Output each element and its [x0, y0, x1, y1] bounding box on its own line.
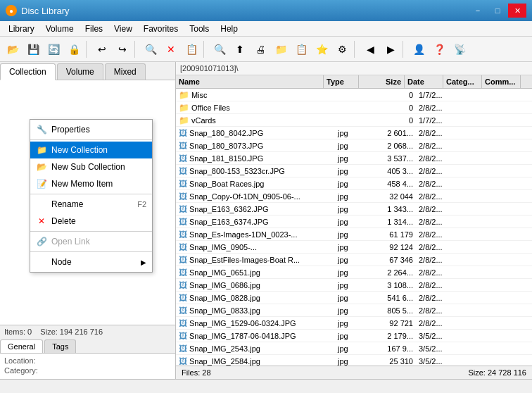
menu-view[interactable]: View: [108, 21, 138, 36]
table-row[interactable]: 🖼Snap_Boat Races.jpg jpg 458 4... 2/8/2.…: [176, 177, 532, 190]
col-header-comm[interactable]: Comm...: [482, 75, 521, 88]
menu-tools[interactable]: Tools: [184, 21, 215, 36]
file-comm: [493, 196, 532, 197]
ctx-delete[interactable]: ✕ Delete: [30, 213, 152, 230]
tab-volume[interactable]: Volume: [57, 63, 103, 80]
table-row[interactable]: 🖼Snap_180_8073.JPG jpg 2 068... 2/8/2...: [176, 139, 532, 152]
toolbar-copy[interactable]: 📋: [182, 39, 201, 59]
toolbar-user[interactable]: 👤: [409, 39, 429, 59]
menu-help[interactable]: Help: [215, 21, 243, 36]
image-icon: 🖼: [179, 242, 187, 252]
menu-favorites[interactable]: Favorites: [138, 21, 184, 36]
table-row[interactable]: 🖼Snap_IMG_0905-... jpg 92 124 2/8/2...: [176, 241, 532, 254]
ctx-new-sub-collection[interactable]: 📂 New Sub Collection: [30, 158, 152, 175]
file-comm: [493, 107, 532, 108]
col-header-type[interactable]: Type: [324, 75, 359, 88]
table-row[interactable]: 🖼Snap_IMG_2543.jpg jpg 167 9... 3/5/2...: [176, 342, 532, 355]
toolbar-print[interactable]: 🖨: [251, 39, 270, 59]
file-list[interactable]: 📁Misc 0 1/7/2... 📁Office Files 0 2/8/2..…: [176, 89, 532, 366]
toolbar-network[interactable]: 📡: [450, 39, 469, 59]
toolbar-back[interactable]: ↩: [92, 39, 112, 59]
toolbar-next[interactable]: ▶: [381, 39, 400, 59]
open-link-icon: 🔗: [36, 236, 47, 247]
table-row[interactable]: 🖼Snap_IMG_1529-06-0324.JPG jpg 92 721 2/…: [176, 317, 532, 330]
image-icon: 🖼: [179, 280, 187, 290]
ctx-new-collection[interactable]: 📁 New Collection: [30, 142, 152, 158]
table-row[interactable]: 📁Misc 0 1/7/2...: [176, 89, 532, 101]
toolbar-clipboard[interactable]: 📋: [291, 39, 311, 59]
table-row[interactable]: 🖼Snap_800-153_5323cr.JPG jpg 405 3... 2/…: [176, 165, 532, 177]
ctx-properties[interactable]: 🔧 Properties: [30, 121, 152, 138]
toolbar-search[interactable]: 🔍: [141, 39, 160, 59]
ctx-new-memo-item[interactable]: 📝 New Memo Item: [30, 175, 152, 192]
tree-area[interactable]: 🔧 Properties 📁 New Collection 📂 New Sub …: [0, 80, 175, 325]
table-row[interactable]: 🖼Snap_Es-Images-1DN_0023-... jpg 61 179 …: [176, 228, 532, 241]
col-header-size[interactable]: Size: [359, 75, 405, 88]
table-row[interactable]: 🖼Snap_IMG_0686.jpg jpg 3 108... 2/8/2...: [176, 279, 532, 292]
col-header-name[interactable]: Name: [176, 75, 324, 88]
table-row[interactable]: 🖼Snap_E163_6362.JPG jpg 1 343... 2/8/2..…: [176, 203, 532, 216]
maximize-button[interactable]: □: [488, 4, 507, 18]
toolbar-refresh[interactable]: 🔄: [44, 39, 63, 59]
tab-collection[interactable]: Collection: [0, 63, 56, 80]
toolbar-open[interactable]: 📂: [3, 39, 23, 59]
table-row[interactable]: 🖼Snap_IMG_0833.jpg jpg 805 5... 2/8/2...: [176, 304, 532, 317]
menu-volume[interactable]: Volume: [40, 21, 80, 36]
file-comm: [493, 145, 532, 146]
file-size: 2 601...: [370, 128, 416, 138]
file-categ: [455, 196, 493, 197]
file-type: jpg: [335, 242, 370, 252]
tab-general[interactable]: General: [0, 339, 43, 353]
tab-mixed[interactable]: Mixed: [105, 63, 146, 80]
file-comm: [493, 170, 532, 172]
toolbar-forward[interactable]: ↪: [113, 39, 132, 59]
toolbar-favorites[interactable]: ⭐: [312, 39, 331, 59]
toolbar-prev[interactable]: ◀: [360, 39, 380, 59]
col-header-date[interactable]: Date: [405, 75, 443, 88]
table-row[interactable]: 🖼Snap_EstFiles-Images-Boat R... jpg 67 3…: [176, 254, 532, 266]
toolbar-save[interactable]: 💾: [23, 39, 43, 59]
toolbar-zoom[interactable]: 🔍: [210, 39, 229, 59]
table-row[interactable]: 📁Office Files 0 2/8/2...: [176, 101, 532, 114]
context-menu: 🔧 Properties 📁 New Collection 📂 New Sub …: [30, 119, 153, 273]
folder-icon: 📁: [179, 90, 189, 100]
minimize-button[interactable]: −: [469, 4, 487, 18]
table-row[interactable]: 🖼Snap_180_8042.JPG jpg 2 601... 2/8/2...: [176, 127, 532, 139]
ctx-node[interactable]: Node ▶: [30, 254, 152, 270]
image-icon: 🖼: [179, 141, 187, 151]
table-row[interactable]: 🖼Snap_Copy-Of-1DN_0905-06-... jpg 32 044…: [176, 190, 532, 203]
left-status: Items: 0 Size: 194 216 716: [0, 325, 175, 338]
file-comm: [493, 323, 532, 324]
file-categ: [455, 158, 493, 159]
table-row[interactable]: 🖼Snap_181_8150.JPG jpg 3 537... 2/8/2...: [176, 152, 532, 165]
ctx-new-sub-collection-label: New Sub Collection: [51, 162, 125, 172]
table-row[interactable]: 🖼Snap_E163_6374.JPG jpg 1 314... 2/8/2..…: [176, 216, 532, 228]
table-row[interactable]: 📁vCards 0 1/7/2...: [176, 114, 532, 127]
file-categ: [455, 221, 493, 223]
toolbar-settings[interactable]: ⚙: [332, 39, 352, 59]
tab-tags[interactable]: Tags: [44, 339, 76, 353]
menu-library[interactable]: Library: [3, 21, 40, 36]
file-size: 1 343...: [370, 204, 416, 214]
close-button[interactable]: ✕: [508, 4, 526, 18]
toolbar-lock[interactable]: 🔒: [64, 39, 84, 59]
col-header-categ[interactable]: Categ...: [443, 75, 482, 88]
file-size: 405 3...: [370, 166, 416, 176]
file-size: 1 314...: [370, 217, 416, 227]
toolbar-folder2[interactable]: 📁: [271, 39, 291, 59]
table-row[interactable]: 🖼Snap_IMG_0828.jpg jpg 541 6... 2/8/2...: [176, 292, 532, 304]
file-categ: [455, 285, 493, 286]
image-icon: 🖼: [179, 179, 187, 189]
table-row[interactable]: 🖼Snap_IMG_1787-06-0418.JPG jpg 2 179... …: [176, 330, 532, 342]
ctx-rename[interactable]: Rename F2: [30, 196, 152, 213]
toolbar-help[interactable]: ❓: [429, 39, 449, 59]
file-name: 🖼Snap_181_8150.JPG: [176, 153, 335, 164]
toolbar-up[interactable]: ⬆: [230, 39, 250, 59]
table-row[interactable]: 🖼Snap_IMG_2584.jpg jpg 25 310 3/5/2...: [176, 355, 532, 366]
toolbar-cancel[interactable]: ✕: [161, 39, 181, 59]
table-row[interactable]: 🖼Snap_IMG_0651.jpg jpg 2 264... 2/8/2...: [176, 266, 532, 279]
ctx-open-link-label: Open Link: [51, 237, 90, 247]
toolbar-sep3: [203, 41, 208, 58]
ctx-node-arrow: ▶: [141, 258, 146, 266]
menu-files[interactable]: Files: [80, 21, 108, 36]
